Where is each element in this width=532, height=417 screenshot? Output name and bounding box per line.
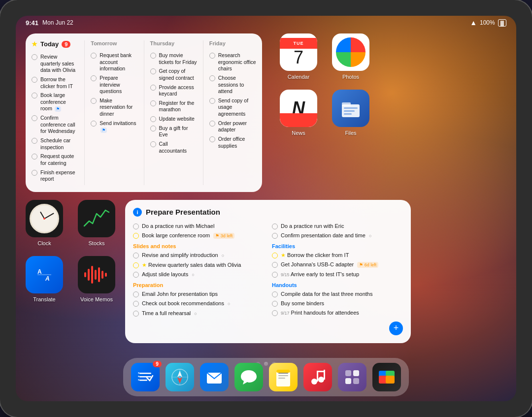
voicememos-svg — [82, 260, 111, 289]
list-item[interactable]: Request quote for catering — [32, 153, 78, 166]
list-item[interactable]: Confirm conference call for Wednesday — [32, 115, 78, 135]
list-item[interactable]: 9/17 Print handouts for attendees — [272, 309, 403, 317]
prep-circle-yellow — [133, 233, 139, 239]
dock-notes[interactable] — [269, 363, 298, 391]
reminder-circle — [32, 77, 37, 83]
svg-rect-30 — [278, 375, 288, 376]
reminders-widget[interactable]: ★ Today 9 Review quarterly sales data wi… — [26, 33, 262, 192]
svg-rect-37 — [317, 371, 325, 372]
svg-rect-21 — [138, 379, 139, 381]
list-item[interactable]: Adjust slide layouts ○ — [133, 271, 264, 278]
list-item[interactable]: Call accountants — [150, 141, 197, 154]
section-facilities: Facilities — [272, 243, 403, 249]
reminder-circle — [209, 75, 215, 81]
photos-label: Photos — [342, 74, 359, 80]
list-item[interactable]: Book large conference room ⚑ 3d left — [133, 232, 264, 239]
dock-music[interactable] — [303, 363, 332, 391]
list-item[interactable]: Request bank account information — [91, 52, 137, 72]
voicememos-app-item[interactable]: Voice Memos — [78, 256, 115, 302]
list-item[interactable]: ★ Borrow the clicker from IT — [272, 252, 403, 258]
add-button[interactable]: + — [389, 321, 403, 335]
safari-dock-icon — [170, 368, 189, 386]
list-item[interactable]: Buy movie tickets for Friday — [150, 52, 197, 65]
list-item[interactable]: Order power adapter — [209, 120, 256, 133]
calendar-app-item[interactable]: TUE 7 Calendar — [280, 33, 317, 80]
reminder-circle — [91, 75, 97, 81]
dock: 9 — [123, 358, 409, 396]
clock-app-item[interactable]: Clock — [26, 200, 63, 246]
top-app-icons-row: TUE 7 Calendar Photos — [280, 33, 369, 80]
dock-safari[interactable] — [166, 363, 194, 391]
news-app-item[interactable]: N News — [280, 90, 317, 136]
list-item[interactable]: Buy a gift for Eve — [150, 125, 197, 138]
reminder-circle — [32, 138, 37, 144]
reminder-circle — [209, 98, 215, 104]
reminder-circle — [209, 53, 215, 59]
list-item[interactable]: Borrow the clicker from IT — [32, 76, 78, 90]
list-item[interactable]: Book large conference room ⚑ — [32, 92, 78, 112]
prepare-presentation-widget[interactable]: i Prepare Presentation Do a practice run… — [125, 200, 411, 343]
calendar-icon: TUE 7 — [280, 33, 317, 71]
reminder-circle — [32, 93, 37, 98]
dock-reminders[interactable]: 9 — [131, 363, 160, 391]
list-item[interactable]: Do a practice run with Eric — [272, 223, 403, 229]
section-preparation: Preparation — [133, 282, 264, 288]
list-item[interactable]: Get Johanna's USB-C adapter ⚑ 6d left — [272, 261, 403, 268]
list-item[interactable]: Make reservation for dinner — [91, 97, 137, 118]
prepare-info-icon: i — [133, 208, 142, 217]
list-item[interactable]: Revise and simplify introduction ○ — [133, 252, 264, 259]
list-item[interactable]: Schedule car inspection — [32, 137, 78, 151]
status-date: Mon Jun 22 — [42, 19, 73, 26]
ipad-screen: 9:41 Mon Jun 22 ▲ 100% ▓ ★ — [16, 16, 516, 401]
list-item[interactable]: Provide access keycard — [150, 84, 197, 97]
prepare-title: Prepare Presentation — [146, 208, 220, 216]
svg-point-34 — [318, 377, 324, 383]
files-svg — [340, 97, 362, 119]
list-item[interactable]: Register for the marathon — [150, 100, 197, 113]
list-item[interactable]: Check out book recommendations ○ — [133, 300, 264, 307]
dock-tv[interactable] — [372, 363, 401, 391]
files-app-item[interactable]: Files — [332, 90, 369, 136]
list-item[interactable]: 9/15 Arrive early to test IT's setup — [272, 271, 403, 278]
list-item[interactable]: Compile data for the last three months — [272, 290, 403, 297]
list-item[interactable]: Send invitations ⚑ — [91, 120, 137, 133]
list-item[interactable]: Review quarterly sales data with Olivia — [32, 54, 78, 74]
prep-circle — [272, 272, 278, 278]
battery-icon: ▓ — [498, 19, 506, 27]
app-icons-right: TUE 7 Calendar Photos — [280, 33, 369, 192]
files-icon — [332, 90, 369, 127]
tomorrow-header: Tomorrow — [91, 40, 137, 48]
svg-rect-32 — [276, 370, 290, 373]
list-item[interactable]: Finish expense report — [32, 169, 78, 183]
dock-shortcuts[interactable] — [338, 363, 366, 391]
list-item[interactable]: Buy some binders — [272, 300, 403, 307]
dock-mail[interactable] — [200, 363, 229, 391]
bottom-app-icons-row: N News — [280, 90, 369, 136]
reminder-circle — [32, 115, 37, 121]
list-item[interactable]: Choose sessions to attend — [209, 75, 256, 95]
list-item[interactable]: Update website — [150, 116, 197, 123]
list-item[interactable]: Email John for presentation tips — [133, 290, 264, 297]
tv-dock-icon — [377, 368, 396, 386]
photos-app-item[interactable]: Photos — [332, 33, 369, 80]
list-item[interactable]: Send copy of usage agreements — [209, 97, 256, 118]
list-item[interactable]: Do a practice run with Michael — [133, 223, 264, 229]
reminders-badge: 9 — [153, 361, 162, 367]
list-item[interactable]: Confirm presentation date and time ○ — [272, 232, 403, 239]
list-item[interactable]: Research ergonomic office chairs — [209, 52, 256, 72]
reminder-circle — [150, 85, 156, 91]
dock-messages[interactable] — [234, 363, 263, 391]
list-item[interactable]: ★ Review quarterly sales data with Olivi… — [133, 261, 264, 268]
list-item[interactable]: Order office supplies — [209, 136, 256, 149]
prepare-columns: Do a practice run with Michael Book larg… — [133, 223, 403, 335]
list-item[interactable]: Get copy of signed contract — [150, 68, 197, 81]
prep-circle — [272, 262, 278, 268]
voicememos-label: Voice Memos — [80, 296, 113, 302]
stocks-app-item[interactable]: Stocks — [78, 200, 115, 246]
list-item[interactable]: Prepare interview questions — [91, 75, 137, 95]
list-item[interactable]: Time a full rehearsal ○ — [133, 310, 264, 317]
translate-app-item[interactable]: A A Translate — [26, 256, 63, 302]
widgets-row: ★ Today 9 Review quarterly sales data wi… — [26, 33, 506, 192]
reminders-dock-icon — [136, 368, 155, 386]
reminder-circle — [150, 116, 156, 122]
